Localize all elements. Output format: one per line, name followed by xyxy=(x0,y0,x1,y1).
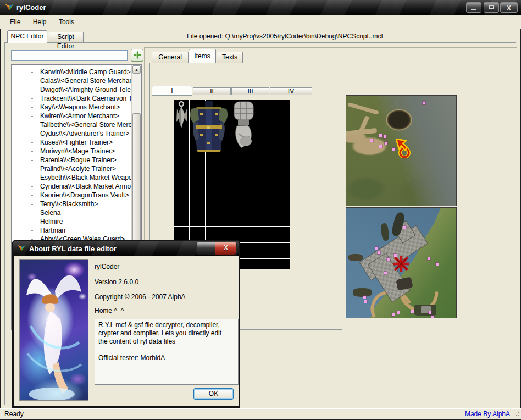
tree-item[interactable]: Moriwyn\\<Mage Trainer> xyxy=(12,147,132,156)
shop-tab-2[interactable]: II xyxy=(193,87,231,95)
tree-item[interactable]: Kwiren\\<Armor Merchant> xyxy=(12,112,132,120)
menu-tools[interactable]: Tools xyxy=(54,15,79,26)
tab-general[interactable]: General xyxy=(152,52,189,63)
tree-item[interactable]: Kaorien\\<DragonTrans Vault> xyxy=(12,191,132,200)
item-icon-plate-armor[interactable] xyxy=(189,100,229,153)
tree-item-label: Kwiren\\<Armor Merchant> xyxy=(38,112,119,120)
menu-help[interactable]: Help xyxy=(28,15,52,26)
map-boat xyxy=(353,288,372,297)
tab-npc-editor[interactable]: NPC Editor xyxy=(7,30,47,43)
tree-item[interactable]: Helmire xyxy=(12,217,132,226)
npc-location-dot xyxy=(431,316,434,318)
npc-location-dot xyxy=(423,102,425,104)
tree-connector xyxy=(31,116,38,117)
minimize-button[interactable] xyxy=(466,2,481,13)
about-home-link[interactable]: Home ^_^ xyxy=(95,307,124,314)
tree-item-label: Kay\\<Weapons Merchant> xyxy=(38,103,120,111)
dialog-window-buttons: X xyxy=(196,242,237,255)
dialog-close-button[interactable]: X xyxy=(215,242,236,255)
npc-location-dot xyxy=(387,258,390,261)
tree-item[interactable]: Karwin\\<Middle Camp Guard> xyxy=(12,68,132,76)
selected-npc-arrow-icon xyxy=(393,139,411,158)
about-description-box[interactable]: R.Y.L mcf & gsf file decrypter, decompil… xyxy=(95,319,239,385)
close-button[interactable]: X xyxy=(500,2,518,13)
tree-item[interactable]: Dwigot\\<Almighty Ground Teleport xyxy=(12,85,132,94)
tree-item[interactable]: Cydus\\<Adventurer's Trainer> xyxy=(12,129,132,138)
shop-tab-4[interactable]: IV xyxy=(270,87,312,95)
npc-location-dot xyxy=(379,145,382,148)
dialog-minimize-button[interactable] xyxy=(197,242,215,255)
tree-item-label: Karwin\\<Middle Camp Guard> xyxy=(38,68,131,76)
npc-location-dot xyxy=(436,263,439,266)
tree-connector xyxy=(31,213,38,213)
tab-script-editor[interactable]: Script Editor xyxy=(48,32,84,42)
tree-item-label: Kuses\\<Fighter Trainer> xyxy=(38,139,113,146)
tree-item[interactable]: Calas\\<General Store Merchant> xyxy=(12,76,132,85)
tree-item[interactable]: Selena xyxy=(12,208,132,217)
tree-item-label: Pralind\\<Acolyte Trainer> xyxy=(38,165,116,173)
tree-item-label: Talibethe\\<General Store Merchan xyxy=(38,121,132,129)
maximize-button[interactable] xyxy=(484,2,499,13)
ok-button[interactable]: OK xyxy=(193,388,234,400)
scroll-up-arrow-icon[interactable]: ▲ xyxy=(132,65,141,74)
maximize-icon xyxy=(489,5,494,9)
about-app-name: rylCoder xyxy=(95,263,119,270)
tree-item[interactable]: Terry\\<Blacksmith> xyxy=(12,200,132,208)
npc-location-dot xyxy=(384,272,387,274)
tree-item[interactable]: Kay\\<Weapons Merchant> xyxy=(12,103,132,112)
search-button[interactable] xyxy=(131,49,143,62)
about-dialog-titlebar: About RYL data file editor X xyxy=(13,241,239,256)
item-icon-throwing-dagger[interactable] xyxy=(175,101,189,130)
menu-bar: File Help Tools xyxy=(0,15,521,29)
npc-location-dot xyxy=(394,254,397,257)
tree-connector xyxy=(31,72,38,73)
tree-item[interactable]: Esybeth\\<Black Market Weapons I xyxy=(12,173,132,182)
about-version: Version 2.6.0.0 xyxy=(95,278,138,286)
dialog-logo-icon xyxy=(17,244,26,255)
npc-location-dot xyxy=(429,311,431,314)
status-bar: Ready Made By AlphA xyxy=(0,408,521,419)
window-title: rylCoder xyxy=(16,3,46,12)
tree-item[interactable]: Hartman xyxy=(12,226,132,235)
tab-items[interactable]: Items xyxy=(189,49,216,63)
about-angel-artwork xyxy=(19,259,88,401)
npc-location-dot xyxy=(378,251,380,254)
tree-item[interactable]: Rarenia\\<Rogue Trainer> xyxy=(12,156,132,164)
tree-item[interactable]: Talibethe\\<General Store Merchan xyxy=(12,120,132,129)
tree-connector xyxy=(31,125,38,125)
npc-location-dot xyxy=(403,226,406,229)
npc-location-dot xyxy=(379,134,382,137)
tree-item-label: Helmire xyxy=(38,218,63,225)
made-by-link[interactable]: Made By AlphA xyxy=(465,410,510,418)
tree-item-label: Calas\\<General Store Merchant> xyxy=(38,77,132,85)
item-icon-gauntlet[interactable] xyxy=(231,101,257,150)
map-trail xyxy=(347,102,379,115)
about-copyright: Copyright © 2006 - 2007 AlphA xyxy=(95,293,186,301)
tree-item-label: Kaorien\\<DragonTrans Vault> xyxy=(38,191,129,199)
tree-item[interactable]: Trackcent\\<Dark Caernarvon Tele xyxy=(12,94,132,103)
npc-location-dot xyxy=(411,310,414,313)
app-logo-icon xyxy=(4,3,15,14)
resize-grip-icon[interactable] xyxy=(514,411,519,416)
shop-tab-1[interactable]: I xyxy=(152,86,192,96)
npc-location-dot xyxy=(375,247,378,250)
map-trail xyxy=(346,128,377,136)
map-ship xyxy=(380,223,390,241)
tree-connector xyxy=(31,81,38,81)
tree-item[interactable]: Cyndenia\\<Black Market Armor De xyxy=(12,182,132,191)
tree-item-label: Terry\\<Blacksmith> xyxy=(38,200,98,208)
npc-location-dot xyxy=(397,311,400,314)
titlebar: rylCoder X xyxy=(0,0,521,15)
tree-connector xyxy=(31,151,38,152)
tree-connector xyxy=(31,222,38,222)
tree-connector xyxy=(31,178,38,178)
tab-texts[interactable]: Texts xyxy=(217,52,243,63)
tree-item[interactable]: Pralind\\<Acolyte Trainer> xyxy=(12,164,132,173)
tree-item-label: Esybeth\\<Black Market Weapons I xyxy=(38,174,132,181)
tree-item[interactable]: Kuses\\<Fighter Trainer> xyxy=(12,138,132,147)
npc-search-input[interactable] xyxy=(11,50,128,61)
npc-location-dot xyxy=(428,257,430,260)
shop-tab-3[interactable]: III xyxy=(231,87,269,95)
menu-file[interactable]: File xyxy=(5,15,25,26)
tree-connector xyxy=(31,169,38,169)
